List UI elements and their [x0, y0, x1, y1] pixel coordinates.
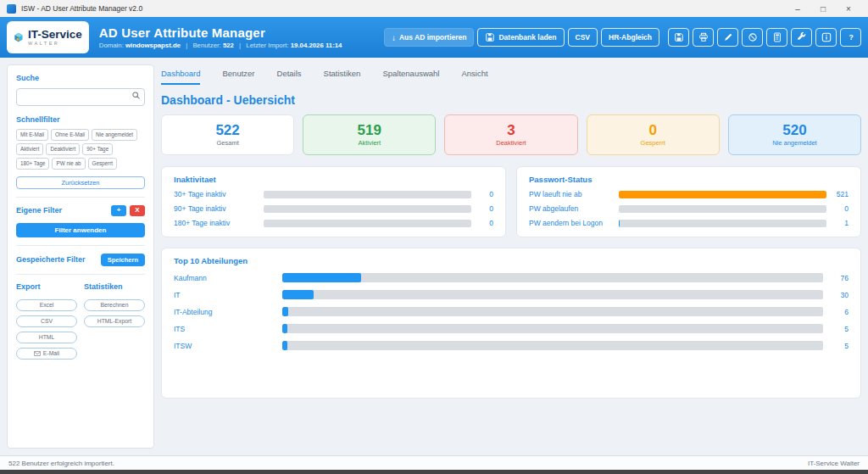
tab-benutzer[interactable]: Benutzer	[222, 64, 254, 85]
pencil-button[interactable]	[717, 28, 738, 47]
load-database-button[interactable]: Datenbank laden	[477, 28, 564, 47]
panel-title: Passwort-Status	[529, 175, 849, 184]
bar-row: 90+ Tage inaktiv0	[174, 204, 493, 213]
logo-text: IT-Service	[28, 29, 82, 42]
export-label: Export	[16, 282, 77, 291]
bar-value: 30	[823, 291, 849, 299]
bar-row: IT30	[174, 290, 849, 299]
own-filters-label: Eigene Filter	[16, 206, 108, 215]
password-bars: PW laeuft nie ab521PW abgelaufen0PW aend…	[529, 190, 849, 227]
app-icon	[7, 4, 16, 14]
apply-filter-button[interactable]: Filter anwenden	[16, 223, 145, 237]
window-title: ISW - AD User Attribute Manager v2.0	[21, 4, 142, 13]
minimize-button[interactable]: –	[785, 4, 810, 14]
inactivity-bars: 30+ Tage inaktiv090+ Tage inaktiv0180+ T…	[174, 190, 493, 227]
block-button[interactable]	[742, 28, 763, 47]
quickfilter-chip[interactable]: Mit E-Mail	[16, 129, 48, 141]
statistics-button[interactable]: Berechnen	[84, 299, 145, 311]
search-input[interactable]	[16, 88, 145, 106]
printer-icon	[698, 32, 709, 42]
remove-filter-button[interactable]: X	[130, 205, 145, 216]
quickfilter-chip[interactable]: Gesperrt	[88, 158, 118, 170]
stat-label: Gesamt	[216, 139, 238, 147]
status-bar: 522 Benutzer erfolgreich importiert. IT-…	[0, 455, 868, 470]
stat-value: 522	[215, 123, 239, 138]
logo-subtext: WALTER	[28, 41, 82, 46]
bar-label: Kaufmann	[174, 274, 282, 282]
tab-spaltenauswahl[interactable]: Spaltenauswahl	[382, 64, 439, 85]
printer-button[interactable]	[693, 28, 714, 47]
svg-text:?: ?	[849, 33, 853, 42]
bar-label: IT	[174, 291, 282, 299]
maximize-button[interactable]: □	[810, 4, 836, 14]
stat-value: 520	[782, 123, 806, 138]
status-message: 522 Benutzer erfolgreich importiert.	[8, 460, 114, 467]
help-button[interactable]: ?	[840, 28, 861, 47]
stat-card: 3Deaktiviert	[444, 114, 577, 155]
tab-statistiken[interactable]: Statistiken	[324, 64, 361, 85]
titlebar: ISW - AD User Attribute Manager v2.0 – □…	[0, 0, 868, 17]
hr-sync-button[interactable]: HR-Abgleich	[601, 28, 659, 47]
export-button[interactable]: E-Mail	[16, 348, 77, 360]
tab-ansicht[interactable]: Ansicht	[461, 64, 487, 85]
bar-label: PW aendern bei Logon	[529, 219, 619, 227]
quickfilter-chip[interactable]: Deaktiviert	[46, 143, 80, 155]
bar-row: IT-Abteilung6	[174, 307, 849, 316]
panel-title: Inaktivitaet	[174, 175, 493, 184]
info-button[interactable]	[815, 28, 837, 47]
bar-track	[264, 220, 471, 227]
statistics-button[interactable]: HTML-Export	[84, 315, 145, 327]
calculator-button[interactable]	[766, 28, 787, 47]
search-icon	[131, 91, 141, 100]
bar-row: 180+ Tage inaktiv0	[174, 219, 493, 227]
floppy-button[interactable]	[668, 28, 689, 47]
wrench-button[interactable]	[791, 28, 812, 47]
sidebar: Suche Schnellfilter Mit E-MailOhne E-Mai…	[7, 64, 154, 449]
bar-value: 0	[826, 204, 849, 213]
logo: IT-Service WALTER	[7, 21, 89, 53]
bar-value: 0	[471, 190, 493, 198]
import-ad-button[interactable]: ↓ Aus AD importieren	[384, 28, 475, 47]
stat-value: 0	[648, 123, 656, 138]
stat-cards: 522Gesamt519Aktiviert3Deaktiviert0Gesper…	[161, 114, 861, 155]
bar-value: 0	[471, 204, 493, 213]
tab-dashboard[interactable]: Dashboard	[161, 64, 200, 85]
bar-fill	[282, 324, 287, 333]
info-icon	[821, 32, 832, 42]
wrench-icon	[797, 32, 807, 42]
quickfilter-chip[interactable]: Ohne E-Mail	[51, 129, 89, 141]
export-button[interactable]: CSV	[16, 315, 77, 327]
stat-label: Gesperrt	[641, 139, 665, 147]
pencil-icon	[723, 32, 733, 42]
quickfilter-chip[interactable]: Aktiviert	[16, 143, 43, 155]
quickfilter-chips: Mit E-MailOhne E-MailNie angemeldetAktiv…	[16, 129, 145, 170]
close-button[interactable]: ×	[836, 4, 861, 14]
bar-value: 1	[826, 219, 849, 227]
saved-filters-label: Gespeicherte Filter	[16, 255, 101, 264]
stat-label: Aktiviert	[358, 139, 381, 147]
bar-fill	[282, 307, 288, 316]
export-button[interactable]: HTML	[16, 332, 77, 343]
quickfilter-chip[interactable]: 180+ Tage	[16, 158, 49, 170]
stat-card: 519Aktiviert	[303, 114, 436, 155]
tab-details[interactable]: Details	[277, 64, 302, 85]
bar-value: 6	[823, 308, 849, 316]
reset-filters-button[interactable]: Zurücksetzen	[16, 176, 145, 189]
stat-card: 0Gesperrt	[587, 114, 720, 155]
bar-track	[282, 341, 823, 350]
user-count: 522	[223, 42, 234, 49]
quickfilter-chip[interactable]: Nie angemeldet	[92, 129, 137, 141]
csv-button[interactable]: CSV	[568, 28, 598, 47]
bar-label: 90+ Tage inaktiv	[174, 204, 264, 213]
quickfilter-chip[interactable]: 90+ Tage	[82, 143, 113, 155]
statistics-label: Statistiken	[84, 282, 145, 291]
window-bottom-edge	[0, 470, 868, 474]
export-button[interactable]: Excel	[16, 299, 77, 311]
content-area: DashboardBenutzerDetailsStatistikenSpalt…	[161, 64, 861, 449]
quickfilter-chip[interactable]: PW nie ab	[52, 158, 85, 170]
bar-value: 0	[471, 219, 493, 227]
bar-value: 521	[826, 190, 849, 198]
save-filter-button[interactable]: Speichern	[101, 254, 145, 266]
bar-track	[282, 290, 823, 299]
add-filter-button[interactable]: +	[111, 205, 126, 216]
